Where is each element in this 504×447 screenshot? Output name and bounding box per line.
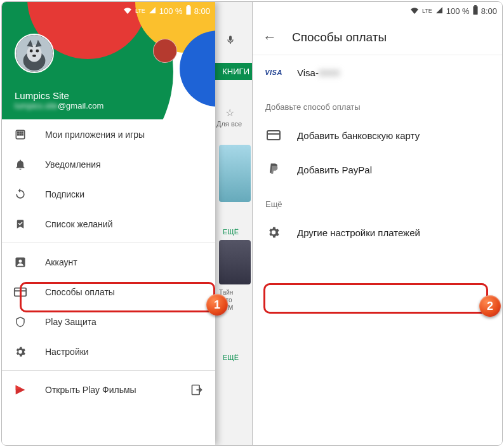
menu-label: Уведомления [45,159,101,170]
svg-rect-17 [15,288,26,296]
drawer-menu: Мои приложения и игры Уведомления Подпис… [2,119,215,404]
apps-icon [13,128,27,142]
svg-rect-21 [474,5,477,6]
menu-open-movies[interactable]: Открыть Play Фильмы [2,375,215,404]
menu-settings[interactable]: Настройки [2,337,215,366]
svg-point-4 [27,44,41,62]
menu-payment-methods[interactable]: Способы оплаты [2,277,215,307]
user-name: Lumpics Site [15,90,103,101]
svg-rect-10 [20,131,21,133]
svg-rect-13 [20,134,21,135]
menu-wishlist[interactable]: Список желаний [2,209,215,239]
more-link[interactable]: ЕЩЁ [223,228,239,236]
menu-label: Открыть Play Фильмы [45,385,136,395]
menu-account[interactable]: Аккаунт [2,247,215,277]
menu-play-protect[interactable]: Play Защита [2,307,215,337]
svg-rect-22 [267,131,280,140]
exit-icon [190,383,204,397]
user-avatar[interactable] [15,34,54,73]
wifi-icon [123,6,133,16]
navigation-drawer: LTE 100 % 8:00 Lumpics Site lumpics [2,2,215,445]
section-more: Ещё [253,187,502,215]
lte-label: LTE [422,8,432,14]
shield-icon [13,315,27,329]
paypal-icon [265,162,282,177]
battery-text: 100 % [159,6,183,16]
user-email: lumpics.site@gmail.com [15,101,103,110]
payment-label: Visa-0000 [297,67,340,78]
play-movies-icon [13,383,27,397]
star-icon: ☆ [225,107,234,119]
bell-icon [13,157,27,171]
svg-rect-20 [473,6,477,14]
svg-rect-9 [18,131,19,133]
menu-label: Аккаунт [45,257,77,267]
battery-icon [472,5,479,17]
payment-visa[interactable]: VISA Visa-0000 [253,55,502,90]
gear-icon [13,345,27,359]
step-badge-1: 1 [206,294,228,316]
menu-label: Настройки [45,347,89,357]
menu-label: Способы оплаты [45,287,115,297]
add-bank-card[interactable]: Добавить банковскую карту [253,118,502,152]
menu-divider [2,370,215,371]
item-label: Добавить PayPal [297,164,372,175]
more-link[interactable]: ЕЩЁ [223,354,239,361]
svg-rect-0 [186,6,190,14]
clock-text: 8:00 [194,6,210,16]
app-bar: ← Способы оплаты [253,20,502,55]
payment-methods-section: VISA Visa-0000 Добавьте способ оплаты До… [253,55,502,250]
step-badge-2: 2 [479,295,501,317]
add-paypal[interactable]: Добавить PayPal [253,152,502,187]
tab-books[interactable]: КНИГИ [214,63,252,80]
menu-subscriptions[interactable]: Подписки [2,179,215,209]
svg-point-7 [32,55,36,57]
account-icon [13,255,27,269]
account-dropdown-icon[interactable]: ▼ [192,99,200,108]
play-store-background: КНИГИ ☆ Для все ЕЩЁ Тайн исто 13 М ЕЩЁ [214,2,252,445]
menu-notifications[interactable]: Уведомления [2,149,215,179]
card-icon [265,130,282,141]
visa-logo: VISA [265,69,282,76]
menu-label: Play Защита [45,317,96,327]
phone-left: КНИГИ ☆ Для все ЕЩЁ Тайн исто 13 М ЕЩЁ L… [2,2,252,445]
clock-text: 8:00 [481,6,497,16]
menu-label: Мои приложения и игры [45,130,145,140]
gear-icon [265,225,282,239]
svg-point-6 [36,50,39,53]
svg-rect-1 [187,5,190,6]
wifi-icon [409,6,420,16]
svg-rect-14 [22,134,23,135]
card-icon [13,285,27,299]
user-info[interactable]: Lumpics Site lumpics.site@gmail.com [15,90,103,110]
menu-my-apps[interactable]: Мои приложения и игры [2,119,215,149]
svg-rect-12 [18,134,19,135]
battery-text: 100 % [446,6,470,16]
label-forall: Для все [216,120,242,128]
secondary-avatar[interactable] [153,39,177,63]
menu-label: Подписки [45,189,84,199]
signal-icon [435,6,444,16]
battery-icon [185,5,192,17]
item-label: Другие настройки платежей [297,227,420,238]
bookmark-icon [13,217,27,231]
other-payment-settings[interactable]: Другие настройки платежей [253,215,502,250]
mic-icon[interactable] [225,34,235,49]
refresh-icon [13,187,27,201]
app-tile[interactable] [219,240,251,284]
highlight-box-2 [263,283,488,314]
menu-divider [2,243,215,243]
item-label: Добавить банковскую карту [297,130,420,141]
signal-icon [148,6,157,16]
page-title: Способы оплаты [292,30,387,44]
lte-label: LTE [135,8,145,14]
menu-label: Список желаний [45,219,112,229]
svg-point-16 [19,259,22,262]
section-add-payment: Добавьте способ оплаты [253,90,502,118]
back-arrow-icon[interactable]: ← [263,29,277,46]
svg-rect-11 [22,131,23,133]
svg-point-5 [30,50,33,53]
app-tile[interactable] [219,145,251,202]
phone-right: LTE 100 % 8:00 ← Способы оплаты VISA Vis… [252,2,502,445]
status-bar: LTE 100 % 8:00 [253,2,502,20]
